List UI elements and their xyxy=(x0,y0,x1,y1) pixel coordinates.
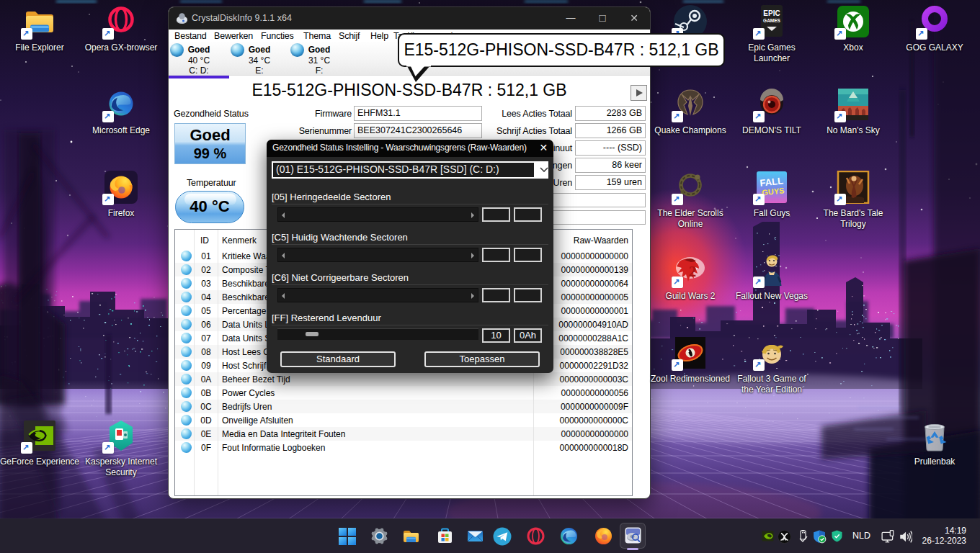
svg-text:EPIC: EPIC xyxy=(763,9,780,17)
svg-text:2: 2 xyxy=(689,263,697,280)
svg-text:GAMES: GAMES xyxy=(763,18,781,23)
